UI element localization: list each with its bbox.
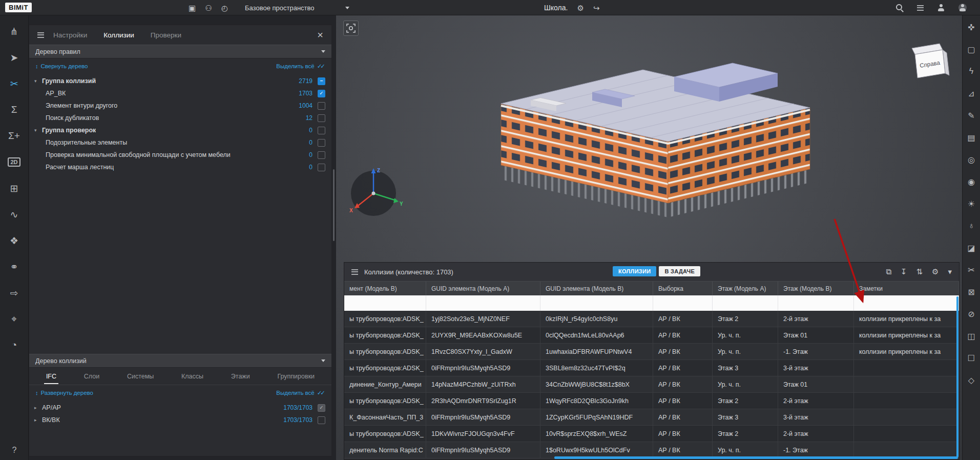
filter-cell[interactable] — [713, 295, 778, 311]
fit-height-icon[interactable]: ↧ — [901, 267, 907, 276]
hide-element-icon[interactable]: ⊘ — [965, 307, 978, 321]
tree-tab-IFC[interactable]: IFC — [44, 369, 58, 384]
checkbox[interactable] — [318, 114, 325, 122]
collisions-tool-icon[interactable]: ✂ — [5, 74, 24, 93]
tree-caret-icon[interactable]: ▾ — [34, 128, 42, 133]
export-icon[interactable]: ⇨ — [5, 283, 24, 303]
table-row[interactable]: ы трубопроводов:ADSK_1yj82Sotv23eS_MjNZ0… — [344, 311, 959, 327]
collisions-tree-header[interactable]: Дерево коллизий — [29, 354, 331, 368]
select-all-link[interactable]: Выделить всё — [276, 63, 325, 70]
select-icon[interactable]: ➤ — [5, 48, 24, 67]
collisions-tree-item[interactable]: ▸ВК/ВК1703/1703 — [29, 414, 331, 426]
focus-mode-button[interactable] — [343, 21, 359, 36]
help-button[interactable]: ? — [12, 446, 17, 455]
history-icon[interactable]: ◴ — [221, 4, 228, 12]
model-tree-icon[interactable]: ⋔ — [5, 22, 24, 41]
table-row[interactable]: ы трубопроводов:ADSK_0iFRmpnIr9IuSMyqh5A… — [344, 360, 959, 376]
settings-gear-icon[interactable]: ⚙ — [577, 4, 583, 12]
cut-icon[interactable]: ✂ — [965, 263, 978, 276]
duplicate-icon[interactable]: ⧉ — [886, 267, 891, 276]
tab-Настройки[interactable]: Настройки — [53, 31, 87, 39]
collisions-tree-item[interactable]: ▸АР/АР1703/1703 — [29, 402, 331, 414]
tree-caret-icon[interactable]: ▸ — [34, 417, 42, 423]
select-all-link[interactable]: Выделить всё — [276, 389, 325, 396]
close-panel-icon[interactable] — [317, 30, 323, 40]
search-icon[interactable] — [895, 4, 904, 12]
column-header[interactable]: GUID элемента (Модель A) — [426, 282, 540, 295]
filter-cell[interactable] — [540, 295, 653, 311]
layers-icon[interactable]: ▤ — [965, 131, 978, 144]
checkbox[interactable] — [318, 139, 325, 147]
checkbox[interactable] — [318, 77, 325, 85]
rules-tree-item[interactable]: Поиск дубликатов12 — [29, 112, 331, 124]
tree-tab-Слои[interactable]: Слои — [82, 369, 101, 384]
table-row[interactable]: К_ФасоннаяЧасть_ПП_30iFRmpnIr9IuSMyqh5AS… — [344, 409, 959, 426]
checkbox[interactable] — [318, 164, 325, 171]
panel-scrollbar[interactable] — [333, 169, 335, 241]
distribute-rows-icon[interactable]: ⇅ — [916, 267, 923, 276]
rules-tree-item[interactable]: Проверка минимальной свободной площади с… — [29, 149, 331, 161]
rules-tree-item[interactable]: АР_ВК1703 — [29, 87, 331, 99]
collapse-tree-link[interactable]: Свернуть дерево — [35, 63, 88, 69]
pan-icon[interactable]: ✜ — [965, 21, 978, 34]
sum-icon[interactable]: Σ — [5, 100, 24, 119]
structure-icon[interactable]: ⊞ — [5, 178, 24, 198]
table-horizontal-scrollbar[interactable] — [554, 456, 958, 459]
table-row[interactable]: ы трубопроводов:ADSK_1RvzC80SX7Yxty_l_Ga… — [344, 344, 959, 360]
table-vertical-scrollbar[interactable] — [956, 296, 958, 457]
measure-icon[interactable]: ⊿ — [965, 87, 978, 100]
account-icon[interactable] — [937, 4, 945, 12]
user-location-icon[interactable]: ⌖ — [5, 309, 24, 329]
share-icon[interactable]: ↪ — [593, 4, 600, 12]
checkbox[interactable] — [318, 102, 325, 110]
table-menu-icon[interactable] — [351, 269, 358, 275]
workspace-selector[interactable]: Базовое пространство — [245, 0, 349, 15]
avatar-icon[interactable] — [958, 4, 967, 12]
dashboard-icon[interactable]: ◔ — [5, 335, 24, 355]
expand-tree-link[interactable]: Развернуть дерево — [35, 390, 93, 396]
rules-tree-item[interactable]: ▾Группа проверок0 — [29, 124, 331, 136]
sum-plus-icon[interactable]: Σ+ — [5, 126, 24, 146]
section-plane-icon[interactable]: ◪ — [965, 241, 978, 254]
select-box-icon[interactable]: ☐ — [965, 351, 978, 365]
column-header[interactable]: Заметки — [854, 282, 959, 295]
flash-icon[interactable]: ϟ — [965, 65, 978, 78]
team-icon[interactable]: ⚇ — [205, 4, 212, 12]
collapse-panel-icon[interactable]: ▾ — [948, 267, 952, 276]
view-cube[interactable]: Справа — [912, 44, 949, 78]
menu-list-icon[interactable] — [917, 5, 924, 11]
checkbox[interactable] — [318, 90, 325, 97]
tree-tab-Этажи[interactable]: Этажи — [229, 369, 252, 384]
filter-cell[interactable] — [653, 295, 713, 311]
table-row[interactable]: динение_Контур_Амери14pNazM4PCzhbW_zUiTR… — [344, 376, 959, 393]
tree-tab-Группировки[interactable]: Группировки — [275, 369, 317, 384]
mode-button-В ЗАДАЧЕ[interactable]: В ЗАДАЧЕ — [659, 266, 700, 276]
rules-tree-item[interactable]: Элемент внтури другого1004 — [29, 99, 331, 112]
column-header[interactable]: Этаж (Модель B) — [778, 282, 854, 295]
rules-tree-item[interactable]: ▾Группа коллизий2719 — [29, 75, 331, 87]
checkbox[interactable] — [318, 127, 325, 134]
filter-cell[interactable] — [854, 295, 959, 311]
column-header[interactable]: мент (Модель B) — [344, 282, 426, 295]
table-row[interactable]: ы трубопроводов:ADSK_2R3hAQDmrDNRT9SrlZu… — [344, 393, 959, 409]
table-settings-icon[interactable]: ⚙ — [932, 267, 939, 276]
tab-Проверки[interactable]: Проверки — [151, 31, 181, 39]
rules-tree-item[interactable]: Подозрительные элементы0 — [29, 136, 331, 149]
fit-view-icon[interactable]: ▢ — [965, 43, 978, 56]
graphs-icon[interactable]: ∿ — [5, 205, 24, 224]
collaboration-icon[interactable]: ⚭ — [5, 257, 24, 276]
tab-Коллизии[interactable]: Коллизии — [103, 31, 134, 39]
filter-cell[interactable] — [344, 295, 426, 311]
isolate-icon[interactable]: ◫ — [965, 329, 978, 343]
checkbox[interactable] — [318, 416, 325, 424]
focus-icon[interactable]: ◎ — [965, 153, 978, 166]
briefcase-icon[interactable]: ▣ — [189, 4, 196, 12]
tree-tab-Системы[interactable]: Системы — [125, 369, 156, 384]
rules-tree-item[interactable]: Расчет марша лестниц0 — [29, 161, 331, 173]
cube-view-icon[interactable]: ◇ — [965, 373, 978, 387]
column-header[interactable]: Этаж (Модель A) — [713, 282, 778, 295]
filter-cell[interactable] — [778, 295, 854, 311]
panel-menu-icon[interactable] — [37, 32, 44, 38]
tree-caret-icon[interactable]: ▾ — [34, 78, 42, 84]
camera-icon[interactable]: ◉ — [965, 175, 978, 188]
